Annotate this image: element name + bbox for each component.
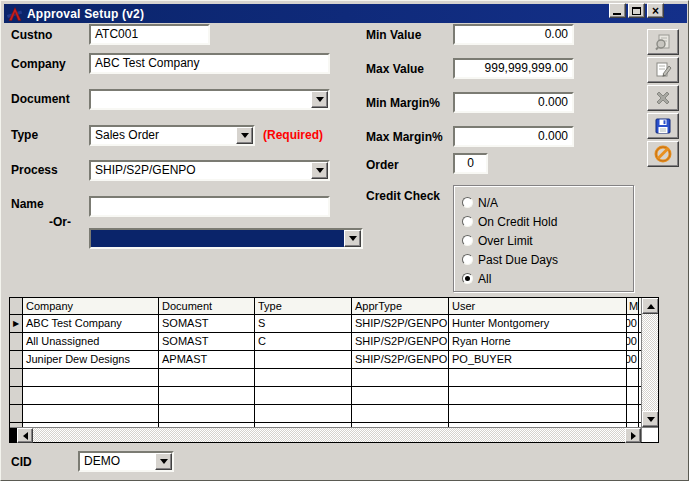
type-dropdown-button[interactable]	[236, 127, 253, 144]
radio-icon[interactable]	[462, 197, 473, 208]
radio-icon[interactable]	[462, 254, 473, 265]
scroll-left-button[interactable]	[17, 428, 33, 443]
edit-button[interactable]	[647, 57, 679, 83]
radio-label: Past Due Days	[478, 253, 558, 267]
minimize-button[interactable]	[609, 3, 626, 18]
grid-cell[interactable]: SHIP/S2P/GENPO	[352, 315, 449, 332]
grid-horizontal-scrollbar[interactable]	[10, 427, 658, 442]
credit-check-option[interactable]: On Credit Hold	[462, 212, 633, 231]
grid-cell[interactable]: C	[255, 333, 352, 350]
app-logo-icon	[7, 6, 23, 22]
grid-splitter-box[interactable]	[10, 428, 17, 443]
name-input[interactable]	[89, 196, 330, 217]
credit-check-option[interactable]: Over Limit	[462, 231, 633, 250]
title-bar[interactable]: Approval Setup (v2)	[4, 4, 687, 23]
grid-cell	[159, 387, 255, 404]
custno-input[interactable]: ATC001	[89, 24, 210, 45]
max-margin-input[interactable]: 0.000	[453, 126, 574, 147]
delete-button[interactable]	[647, 85, 679, 111]
approvals-grid: CompanyDocumentTypeApprTypeUserMin▶ABC T…	[9, 297, 659, 443]
horizontal-scroll-track[interactable]	[33, 428, 625, 442]
process-dropdown-button[interactable]	[311, 162, 328, 179]
row-selector-cell[interactable]	[10, 333, 23, 350]
process-combobox[interactable]: SHIP/S2P/GENPO	[89, 160, 330, 181]
scroll-down-button[interactable]	[642, 411, 658, 427]
grid-cell	[352, 405, 449, 422]
max-margin-label: Max Margin%	[366, 130, 443, 144]
cancel-no-icon	[654, 145, 672, 163]
grid-cell	[352, 387, 449, 404]
approval-setup-window: Approval Setup (v2) × Custno ATC001 Comp…	[0, 0, 689, 481]
grid-cell[interactable]: Ryan Horne	[449, 333, 627, 350]
maximize-button[interactable]	[628, 3, 645, 18]
radio-icon[interactable]	[462, 273, 473, 284]
grid-cell[interactable]: 0.00	[627, 351, 639, 368]
minimize-icon	[613, 13, 621, 15]
name-alt-dropdown-button[interactable]	[344, 230, 361, 247]
document-dropdown-button[interactable]	[311, 91, 328, 108]
grid-cell[interactable]	[255, 351, 352, 368]
vertical-scroll-track[interactable]	[642, 314, 658, 411]
credit-check-label: Credit Check	[366, 189, 440, 203]
window-title: Approval Setup (v2)	[27, 7, 144, 21]
grid-column-header[interactable]: Min	[627, 298, 639, 314]
cancel-button[interactable]	[647, 141, 679, 167]
min-margin-input[interactable]: 0.000	[453, 92, 574, 113]
grid-column-header[interactable]: User	[449, 298, 627, 314]
radio-label: All	[478, 272, 491, 286]
grid-data-row[interactable]: ▶ABC Test CompanySOMASTSSHIP/S2P/GENPOHu…	[10, 315, 641, 333]
type-combobox[interactable]: Sales Order	[89, 125, 255, 146]
company-input[interactable]: ABC Test Company	[89, 53, 330, 74]
grid-cell[interactable]: All Unassigned	[23, 333, 159, 350]
order-input[interactable]: 0	[453, 153, 488, 174]
grid-vertical-scrollbar[interactable]	[641, 298, 658, 427]
save-floppy-icon	[654, 117, 672, 135]
grid-cell[interactable]: 0.00	[627, 315, 639, 332]
grid-cell	[159, 405, 255, 422]
grid-data-row[interactable]: Juniper Dew DesignsAPMASTSHIP/S2P/GENPOP…	[10, 351, 641, 369]
grid-cell[interactable]: 0.00	[627, 333, 639, 350]
grid-cell[interactable]: SOMAST	[159, 333, 255, 350]
max-value-input[interactable]: 999,999,999.00	[453, 58, 574, 79]
credit-check-option[interactable]: Past Due Days	[462, 250, 633, 269]
grid-column-header[interactable]: Type	[255, 298, 352, 314]
min-value-input[interactable]: 0.00	[453, 24, 574, 45]
grid-cell[interactable]: S	[255, 315, 352, 332]
grid-empty-row	[10, 369, 641, 387]
credit-check-option[interactable]: All	[462, 269, 633, 288]
name-alt-combobox[interactable]	[89, 228, 363, 249]
close-button[interactable]: ×	[647, 3, 664, 18]
cid-dropdown-button[interactable]	[155, 453, 172, 470]
grid-cell[interactable]: SHIP/S2P/GENPO	[352, 333, 449, 350]
row-selector-cell[interactable]	[10, 387, 23, 404]
grid-cell	[23, 387, 159, 404]
document-combobox[interactable]	[89, 89, 330, 110]
radio-icon[interactable]	[462, 235, 473, 246]
scroll-up-button[interactable]	[642, 298, 658, 314]
grid-cell[interactable]: ABC Test Company	[23, 315, 159, 332]
row-selector-cell[interactable]	[10, 405, 23, 422]
scroll-right-button[interactable]	[625, 428, 641, 443]
grid-data-row[interactable]: All UnassignedSOMASTCSHIP/S2P/GENPORyan …	[10, 333, 641, 351]
grid-cell	[627, 405, 639, 422]
grid-column-header[interactable]: ApprType	[352, 298, 449, 314]
cid-combobox[interactable]: DEMO	[78, 451, 174, 472]
grid-cell[interactable]: Juniper Dew Designs	[23, 351, 159, 368]
row-selector-cell[interactable]	[10, 351, 23, 368]
grid-cell[interactable]: Hunter Montgomery	[449, 315, 627, 332]
radio-icon[interactable]	[462, 216, 473, 227]
grid-cell	[159, 369, 255, 386]
grid-column-header[interactable]: Document	[159, 298, 255, 314]
grid-cell	[255, 387, 352, 404]
row-selector-cell[interactable]	[10, 369, 23, 386]
grid-column-header[interactable]: Company	[23, 298, 159, 314]
grid-cell[interactable]: APMAST	[159, 351, 255, 368]
save-button[interactable]	[647, 113, 679, 139]
grid-cell[interactable]: SHIP/S2P/GENPO	[352, 351, 449, 368]
find-button[interactable]	[647, 29, 679, 55]
grid-cell[interactable]: PO_BUYER	[449, 351, 627, 368]
grid-cell[interactable]: SOMAST	[159, 315, 255, 332]
radio-label: Over Limit	[478, 234, 533, 248]
current-row-marker[interactable]: ▶	[10, 315, 23, 332]
credit-check-option[interactable]: N/A	[462, 193, 633, 212]
